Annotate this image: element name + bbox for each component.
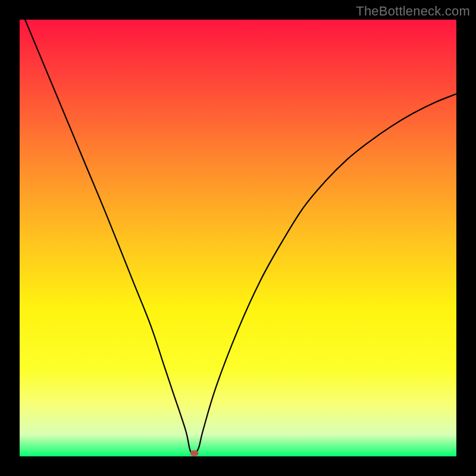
chart-frame: TheBottleneck.com — [0, 0, 476, 476]
watermark-text: TheBottleneck.com — [356, 4, 470, 19]
bottleneck-curve — [20, 20, 456, 454]
optimum-marker — [190, 450, 199, 456]
curve-svg — [20, 20, 456, 456]
plot-area — [20, 20, 456, 456]
